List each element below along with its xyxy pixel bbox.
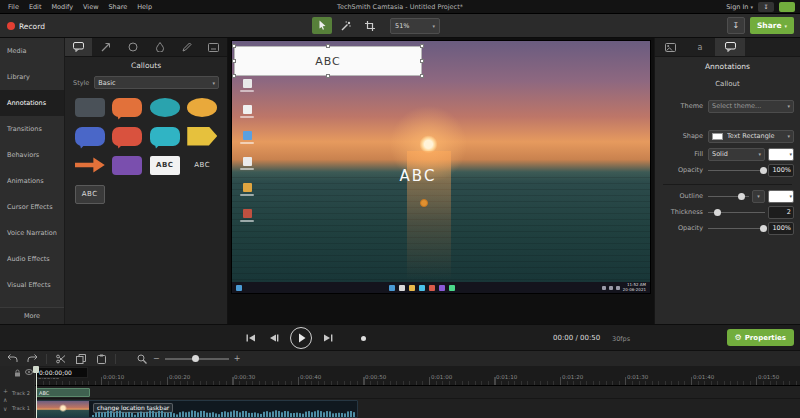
- callout-cloud[interactable]: [148, 95, 182, 119]
- paste-button[interactable]: [95, 353, 107, 365]
- callout-rounded-rectangle[interactable]: [73, 95, 107, 119]
- outline-opacity-value[interactable]: 100%: [768, 222, 794, 235]
- menu-edit[interactable]: Edit: [29, 3, 42, 11]
- play-button[interactable]: [290, 327, 312, 349]
- selection-handle[interactable]: [420, 74, 424, 78]
- download-icon[interactable]: ↧: [758, 2, 774, 12]
- callout-tab[interactable]: [65, 38, 92, 56]
- track-2-lane[interactable]: [35, 386, 800, 398]
- edit-cursor-button[interactable]: [312, 17, 332, 34]
- upgrade-button[interactable]: [779, 2, 795, 12]
- sidebar-item-cursor-effects[interactable]: Cursor Effects: [0, 194, 64, 220]
- selection-handle[interactable]: [232, 74, 236, 78]
- sidebar-item-transitions[interactable]: Transitions: [0, 116, 64, 142]
- selection-handle[interactable]: [326, 44, 330, 48]
- text-properties-tab[interactable]: a: [685, 38, 715, 56]
- zoom-out-button[interactable]: −: [153, 354, 160, 363]
- callout-speech-bubble[interactable]: [111, 124, 145, 148]
- callout-speech-bubble[interactable]: [111, 95, 145, 119]
- outline-slider[interactable]: [708, 192, 749, 201]
- callout-speech-bubble[interactable]: [148, 124, 182, 148]
- callout-dark-text-rectangle[interactable]: ABC: [73, 182, 107, 206]
- track-2-header[interactable]: Track 2: [12, 390, 34, 396]
- menu-file[interactable]: File: [8, 3, 19, 11]
- magic-wand-button[interactable]: [336, 17, 356, 34]
- export-button[interactable]: ↧: [727, 17, 745, 34]
- sidebar-item-voice-narration[interactable]: Voice Narration: [0, 220, 64, 246]
- callout-properties-tab[interactable]: [715, 38, 745, 56]
- shapes-tab[interactable]: [119, 38, 146, 56]
- theme-dropdown[interactable]: Select theme...▾: [708, 100, 794, 113]
- style-dropdown[interactable]: Basic▾: [94, 76, 219, 89]
- sidebar-item-animations[interactable]: Animations: [0, 168, 64, 194]
- track-1-header[interactable]: Track 1: [12, 405, 34, 411]
- fill-opacity-value[interactable]: 100%: [768, 164, 794, 177]
- callout-text-rectangle[interactable]: ABC: [148, 153, 182, 177]
- timeline-ruler[interactable]: 0:00:00 0:00:10 0:00:20 0:00:30 0:00:40 …: [35, 366, 800, 386]
- callout-rounded-rectangle[interactable]: [111, 153, 145, 177]
- undo-button[interactable]: [6, 353, 18, 365]
- next-frame-button[interactable]: [321, 331, 335, 345]
- record-button[interactable]: Record: [7, 18, 45, 34]
- blur-tab[interactable]: [146, 38, 173, 56]
- zoom-in-button[interactable]: +: [234, 354, 241, 363]
- redo-button[interactable]: [26, 353, 38, 365]
- selection-handle[interactable]: [420, 59, 424, 63]
- crop-button[interactable]: [360, 17, 380, 34]
- scroll-down-icon[interactable]: ∨: [3, 406, 7, 412]
- annotation-clip[interactable]: ABC: [36, 388, 90, 398]
- add-track-icon[interactable]: +: [3, 388, 8, 394]
- thickness-slider[interactable]: [708, 208, 765, 217]
- sketch-motion-tab[interactable]: [173, 38, 200, 56]
- outline-opacity-slider[interactable]: [708, 224, 765, 233]
- sidebar-item-audio-effects[interactable]: Audio Effects: [0, 246, 64, 272]
- fill-color-swatch[interactable]: ▾: [768, 148, 794, 161]
- selection-handle[interactable]: [420, 44, 424, 48]
- sidebar-item-visual-effects[interactable]: Visual Effects: [0, 272, 64, 298]
- media-properties-tab[interactable]: [655, 38, 685, 56]
- canvas-text-overlay[interactable]: ABC: [358, 167, 478, 185]
- thickness-value[interactable]: 2: [768, 206, 794, 219]
- video-canvas[interactable]: ABC ABC 11:52 AM20-06-2021: [231, 40, 651, 294]
- sidebar-more-button[interactable]: More: [0, 307, 64, 324]
- jump-to-start-button[interactable]: [244, 331, 258, 345]
- video-clip[interactable]: change location taskbar: [36, 400, 358, 418]
- fill-dropdown[interactable]: Solid▾: [708, 148, 765, 161]
- track-visibility-icon[interactable]: [25, 369, 33, 376]
- keystroke-tab[interactable]: [200, 38, 227, 56]
- track-lock-icon[interactable]: [14, 369, 21, 378]
- cut-button[interactable]: [55, 353, 67, 365]
- callout-speech-bubble[interactable]: [73, 124, 107, 148]
- menu-share[interactable]: Share: [108, 3, 127, 11]
- callout-arrow[interactable]: [73, 153, 107, 177]
- timeline-zoom-slider[interactable]: [165, 354, 229, 363]
- callout-pentagon-arrow[interactable]: [186, 124, 220, 148]
- sidebar-item-library[interactable]: Library: [0, 64, 64, 90]
- scroll-up-icon[interactable]: ∧: [3, 397, 7, 403]
- shape-dropdown[interactable]: Text Rectangle▾: [708, 130, 794, 143]
- selection-handle[interactable]: [232, 44, 236, 48]
- copy-button[interactable]: [75, 353, 87, 365]
- outline-color-swatch[interactable]: ▾: [768, 190, 794, 203]
- properties-button[interactable]: ⚙ Properties: [727, 329, 794, 346]
- share-button[interactable]: Share▾: [750, 17, 794, 34]
- sidebar-item-behaviors[interactable]: Behaviors: [0, 142, 64, 168]
- selection-handle[interactable]: [326, 74, 330, 78]
- menu-modify[interactable]: Modify: [51, 3, 73, 11]
- selected-callout-object[interactable]: ABC: [234, 46, 422, 76]
- callout-plain-text[interactable]: ABC: [186, 153, 220, 177]
- menu-view[interactable]: View: [83, 3, 98, 11]
- callout-cloud[interactable]: [186, 95, 220, 119]
- menu-help[interactable]: Help: [137, 3, 152, 11]
- outline-style-dropdown[interactable]: ▾: [752, 190, 765, 203]
- sign-in-button[interactable]: Sign In▾: [726, 3, 753, 11]
- previous-frame-button[interactable]: [267, 331, 281, 345]
- sidebar-item-media[interactable]: Media: [0, 38, 64, 64]
- sidebar-item-annotations[interactable]: Annotations: [0, 90, 64, 116]
- fill-opacity-slider[interactable]: [708, 166, 765, 175]
- canvas-zoom-dropdown[interactable]: 51%▾: [390, 18, 440, 34]
- playhead-handle[interactable]: [33, 366, 39, 373]
- playhead-marker-dot[interactable]: [361, 336, 366, 341]
- arrow-tab[interactable]: [92, 38, 119, 56]
- selection-handle[interactable]: [232, 59, 236, 63]
